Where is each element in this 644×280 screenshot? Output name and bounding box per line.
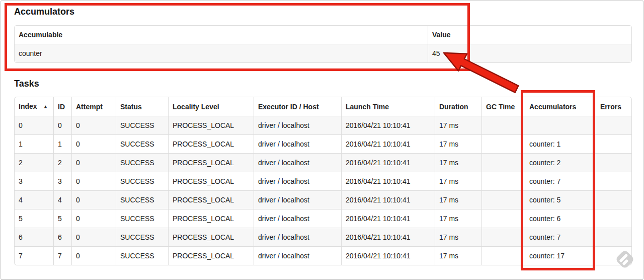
accumulators-section-title: Accumulators (14, 7, 630, 17)
column-header-index[interactable]: Index▲ (15, 97, 53, 116)
cell-errors (596, 116, 631, 134)
stage-page-content: Accumulators Accumulable Value counter45… (1, 1, 643, 265)
cell-status: SUCCESS (116, 190, 168, 209)
cell-duration: 17 ms (435, 228, 481, 246)
table-row: 000SUCCESSPROCESS_LOCALdriver / localhos… (15, 116, 631, 134)
cell-id: 3 (53, 172, 71, 190)
cell-attempt: 0 (71, 134, 116, 153)
cell-index: 6 (15, 228, 53, 246)
cell-index: 1 (15, 134, 53, 153)
cell-id: 5 (53, 209, 71, 228)
cell-errors (596, 172, 631, 190)
column-header-executor-id-host[interactable]: Executor ID / Host (254, 97, 341, 116)
column-header-launch-time[interactable]: Launch Time (341, 97, 435, 116)
cell-duration: 17 ms (435, 172, 481, 190)
cell-id: 6 (53, 228, 71, 246)
cell-locality-level: PROCESS_LOCAL (168, 209, 254, 228)
cell-accumulators (525, 116, 596, 134)
cell-duration: 17 ms (435, 153, 481, 172)
cell-executor-id-host: driver / localhost (254, 209, 341, 228)
cell-errors (596, 134, 631, 153)
cell-duration: 17 ms (435, 134, 481, 153)
cell-errors (596, 153, 631, 172)
cell-locality-level: PROCESS_LOCAL (168, 116, 254, 134)
cell-attempt: 0 (71, 153, 116, 172)
cell-errors (596, 246, 631, 265)
column-header-duration[interactable]: Duration (435, 97, 481, 116)
cell-duration: 17 ms (435, 209, 481, 228)
table-row: 220SUCCESSPROCESS_LOCALdriver / localhos… (15, 153, 631, 172)
cell-gc-time (481, 153, 525, 172)
cell-accumulators: counter: 5 (525, 190, 596, 209)
column-header-value: Value (428, 26, 631, 44)
cell-gc-time (481, 116, 525, 134)
cell-status: SUCCESS (116, 134, 168, 153)
cell-status: SUCCESS (116, 153, 168, 172)
cell-attempt: 0 (71, 228, 116, 246)
cell-index: 2 (15, 153, 53, 172)
column-header-id[interactable]: ID (53, 97, 71, 116)
cell-value: 45 (428, 44, 631, 62)
table-header-row: Accumulable Value (15, 26, 631, 44)
cell-index: 5 (15, 209, 53, 228)
cell-accumulators: counter: 7 (525, 228, 596, 246)
cell-launch-time: 2016/04/21 10:10:41 (341, 134, 435, 153)
cell-accumulators: counter: 7 (525, 172, 596, 190)
cell-status: SUCCESS (116, 209, 168, 228)
column-header-accumulators[interactable]: Accumulators (525, 97, 596, 116)
cell-gc-time (481, 134, 525, 153)
cell-status: SUCCESS (116, 116, 168, 134)
cell-id: 1 (53, 134, 71, 153)
cell-id: 7 (53, 246, 71, 265)
table-row: 550SUCCESSPROCESS_LOCALdriver / localhos… (15, 209, 631, 228)
column-header-index-label: Index (19, 102, 37, 110)
cell-duration: 17 ms (435, 190, 481, 209)
cell-executor-id-host: driver / localhost (254, 134, 341, 153)
table-row: 440SUCCESSPROCESS_LOCALdriver / localhos… (15, 190, 631, 209)
cell-errors (596, 190, 631, 209)
tasks-table: Index▲ ID Attempt Status Locality Level … (14, 97, 632, 265)
column-header-gc-time[interactable]: GC Time (481, 97, 525, 116)
cell-status: SUCCESS (116, 246, 168, 265)
cell-status: SUCCESS (116, 172, 168, 190)
screenshot-frame: Accumulators Accumulable Value counter45… (0, 0, 644, 280)
sort-ascending-icon: ▲ (43, 102, 48, 112)
table-row: counter45 (15, 44, 631, 62)
cell-launch-time: 2016/04/21 10:10:41 (341, 209, 435, 228)
cell-executor-id-host: driver / localhost (254, 246, 341, 265)
column-header-attempt[interactable]: Attempt (71, 97, 116, 116)
cell-accumulators: counter: 6 (525, 209, 596, 228)
cell-attempt: 0 (71, 190, 116, 209)
table-header-row: Index▲ ID Attempt Status Locality Level … (15, 97, 631, 116)
cell-accumulable: counter (15, 44, 428, 62)
cell-status: SUCCESS (116, 228, 168, 246)
table-row: 330SUCCESSPROCESS_LOCALdriver / localhos… (15, 172, 631, 190)
cell-errors (596, 228, 631, 246)
cell-id: 0 (53, 116, 71, 134)
cell-locality-level: PROCESS_LOCAL (168, 134, 254, 153)
cell-gc-time (481, 172, 525, 190)
cell-gc-time (481, 190, 525, 209)
cell-locality-level: PROCESS_LOCAL (168, 153, 254, 172)
cell-attempt: 0 (71, 209, 116, 228)
column-header-accumulable: Accumulable (15, 26, 428, 44)
cell-executor-id-host: driver / localhost (254, 228, 341, 246)
cell-locality-level: PROCESS_LOCAL (168, 172, 254, 190)
cell-attempt: 0 (71, 116, 116, 134)
column-header-locality-level[interactable]: Locality Level (168, 97, 254, 116)
cell-attempt: 0 (71, 172, 116, 190)
cell-attempt: 0 (71, 246, 116, 265)
cell-launch-time: 2016/04/21 10:10:41 (341, 116, 435, 134)
cell-executor-id-host: driver / localhost (254, 153, 341, 172)
tasks-section-title: Tasks (14, 79, 630, 89)
cell-locality-level: PROCESS_LOCAL (168, 246, 254, 265)
cell-index: 0 (15, 116, 53, 134)
column-header-errors[interactable]: Errors (596, 97, 631, 116)
cell-locality-level: PROCESS_LOCAL (168, 190, 254, 209)
column-header-status[interactable]: Status (116, 97, 168, 116)
cell-locality-level: PROCESS_LOCAL (168, 228, 254, 246)
cell-executor-id-host: driver / localhost (254, 172, 341, 190)
cell-duration: 17 ms (435, 116, 481, 134)
cell-gc-time (481, 228, 525, 246)
cell-executor-id-host: driver / localhost (254, 190, 341, 209)
